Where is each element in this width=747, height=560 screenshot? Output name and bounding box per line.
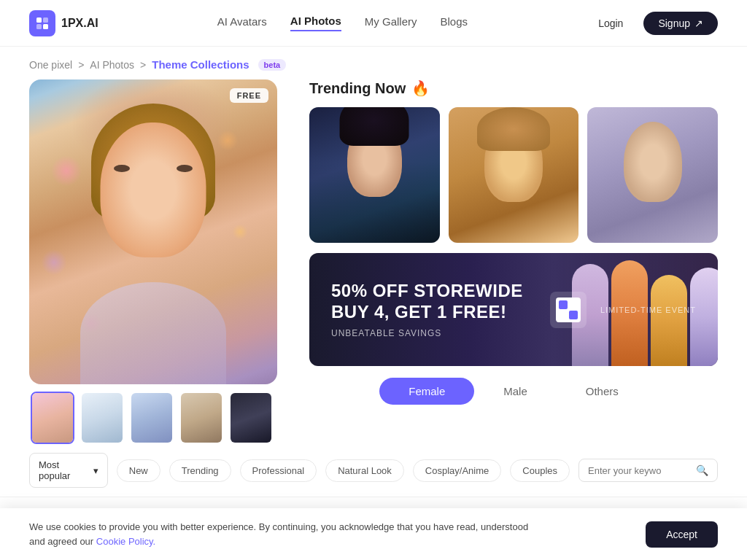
chip-new[interactable]: New bbox=[117, 459, 160, 482]
main-content: FREE Trending Now 🔥 bbox=[0, 79, 747, 444]
logo-icon bbox=[29, 10, 55, 36]
login-button[interactable]: Login bbox=[587, 12, 635, 35]
promo-right-text: LIMITED-TIME EVENT bbox=[600, 306, 696, 314]
breadcrumb-separator: > bbox=[78, 59, 84, 71]
fire-icon: 🔥 bbox=[411, 79, 430, 97]
promo-person-5 bbox=[690, 268, 718, 366]
trending-header: Trending Now 🔥 bbox=[309, 79, 718, 97]
trending-grid bbox=[309, 107, 718, 243]
tab-female[interactable]: Female bbox=[379, 378, 474, 405]
search-input[interactable] bbox=[588, 465, 690, 476]
thumbnail-1[interactable] bbox=[31, 392, 74, 444]
hero-main-image[interactable]: FREE bbox=[29, 79, 277, 384]
logo-sq-3 bbox=[559, 311, 568, 319]
breadcrumb-root[interactable]: One pixel bbox=[29, 59, 72, 71]
chip-trending[interactable]: Trending bbox=[169, 459, 231, 482]
breadcrumb-theme-collections[interactable]: Theme Collections bbox=[152, 58, 249, 71]
search-icon[interactable]: 🔍 bbox=[696, 464, 708, 476]
beta-badge: beta bbox=[258, 59, 287, 71]
left-panel: FREE bbox=[29, 79, 292, 444]
signup-label: Signup bbox=[658, 18, 690, 29]
thumbnail-row bbox=[29, 392, 292, 444]
cookie-banner: We use cookies to provide you with bette… bbox=[0, 508, 747, 560]
main-nav: AI Avatars AI Photos My Gallery Blogs bbox=[217, 15, 468, 31]
trending-card-3[interactable] bbox=[587, 107, 718, 243]
logo-sq-4 bbox=[569, 311, 578, 319]
thumbnail-2[interactable] bbox=[80, 392, 124, 444]
chip-professional[interactable]: Professional bbox=[240, 459, 317, 482]
promo-text: 50% OFF STOREWIDE BUY 4, GET 1 FREE! UNB… bbox=[331, 281, 523, 339]
trending-title: Trending Now bbox=[309, 80, 406, 97]
promo-person-4 bbox=[651, 275, 687, 366]
free-badge: FREE bbox=[230, 88, 268, 103]
logo-sq-2 bbox=[569, 300, 578, 309]
promo-event: LIMITED-TIME EVENT bbox=[600, 306, 696, 314]
breadcrumb-separator2: > bbox=[140, 59, 146, 71]
header-actions: Login Signup ↗ bbox=[587, 12, 718, 35]
promo-logo-inner bbox=[556, 298, 581, 322]
hero-wrapper: FREE bbox=[29, 79, 292, 444]
filter-bar: Most popular ▾ New Trending Professional… bbox=[0, 444, 747, 497]
breadcrumb-ai-photos[interactable]: AI Photos bbox=[90, 59, 134, 71]
tab-male[interactable]: Male bbox=[474, 378, 557, 405]
promo-main-line1: 50% OFF STOREWIDE bbox=[331, 281, 523, 302]
breadcrumb: One pixel > AI Photos > Theme Collection… bbox=[0, 47, 747, 79]
svg-rect-2 bbox=[36, 24, 42, 29]
chip-natural-look[interactable]: Natural Look bbox=[325, 459, 404, 482]
right-panel: Trending Now 🔥 50% OFF STOREWIDE bbox=[309, 79, 718, 444]
cookie-text: We use cookies to provide you with bette… bbox=[29, 520, 540, 548]
promo-main-line2: BUY 4, GET 1 FREE! bbox=[331, 302, 523, 323]
trending-card-2[interactable] bbox=[449, 107, 579, 243]
logo-sq-1 bbox=[559, 300, 568, 309]
nav-blogs[interactable]: Blogs bbox=[441, 15, 468, 31]
sort-select[interactable]: Most popular ▾ bbox=[29, 453, 108, 488]
signup-button[interactable]: Signup ↗ bbox=[643, 12, 718, 35]
thumbnail-3[interactable] bbox=[130, 392, 174, 444]
logo-text: 1PX.AI bbox=[61, 17, 98, 30]
promo-banner[interactable]: 50% OFF STOREWIDE BUY 4, GET 1 FREE! UNB… bbox=[309, 253, 718, 366]
sort-arrow-icon: ▾ bbox=[93, 465, 98, 476]
header: 1PX.AI AI Avatars AI Photos My Gallery B… bbox=[0, 0, 747, 47]
chip-cosplay[interactable]: Cosplay/Anime bbox=[413, 459, 501, 482]
nav-ai-photos[interactable]: AI Photos bbox=[290, 15, 341, 31]
nav-my-gallery[interactable]: My Gallery bbox=[365, 15, 417, 31]
cookie-policy-link[interactable]: Cookie Policy. bbox=[96, 536, 155, 547]
nav-ai-avatars[interactable]: AI Avatars bbox=[217, 15, 267, 31]
promo-logo bbox=[550, 292, 587, 328]
promo-sub: UNBEATABLE SAVINGS bbox=[331, 328, 523, 338]
thumbnail-5[interactable] bbox=[229, 392, 273, 444]
thumbnail-4[interactable] bbox=[179, 392, 223, 444]
sort-label: Most popular bbox=[39, 459, 89, 481]
chip-couples[interactable]: Couples bbox=[510, 459, 570, 482]
logo-area[interactable]: 1PX.AI bbox=[29, 10, 98, 36]
trending-card-1[interactable] bbox=[309, 107, 440, 243]
accept-button[interactable]: Accept bbox=[646, 521, 718, 548]
tab-others[interactable]: Others bbox=[557, 378, 648, 405]
search-bar: 🔍 bbox=[578, 459, 718, 482]
svg-rect-0 bbox=[36, 18, 42, 23]
svg-rect-3 bbox=[43, 24, 48, 29]
signup-arrow-icon: ↗ bbox=[694, 18, 703, 29]
svg-rect-1 bbox=[43, 18, 48, 23]
gender-tabs: Female Male Others bbox=[309, 378, 718, 405]
